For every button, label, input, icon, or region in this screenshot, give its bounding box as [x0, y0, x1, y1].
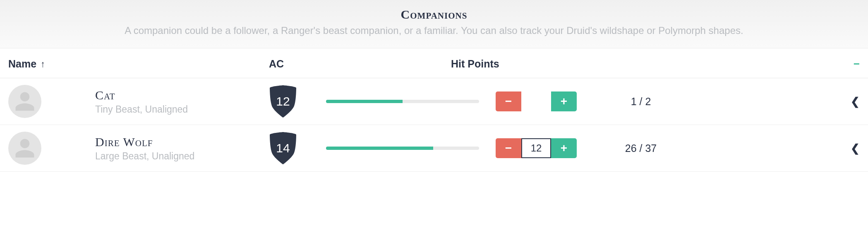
- column-header-hp[interactable]: Hit Points: [451, 58, 839, 70]
- companion-row: Dire Wolf Large Beast, Unaligned 14 − + …: [0, 125, 868, 172]
- sort-asc-icon: ↑: [41, 59, 45, 70]
- hp-input[interactable]: [521, 138, 551, 158]
- hp-bar: [326, 147, 479, 150]
- section-header: Companions A companion could be a follow…: [0, 0, 868, 48]
- creature-subtitle: Tiny Beast, Unaligned: [95, 104, 269, 115]
- name-block[interactable]: Cat Tiny Beast, Unaligned: [95, 88, 269, 115]
- hp-block: − + 1 / 2: [326, 91, 839, 111]
- name-block[interactable]: Dire Wolf Large Beast, Unaligned: [95, 135, 269, 162]
- ac-value: 12: [276, 94, 290, 108]
- column-header-ac[interactable]: AC: [269, 58, 451, 70]
- creature-subtitle: Large Beast, Unaligned: [95, 151, 269, 162]
- companion-row: Cat Tiny Beast, Unaligned 12 − + 1 / 2 ❮: [0, 78, 868, 125]
- hp-block: − + 26 / 37: [326, 138, 839, 158]
- hp-input[interactable]: [521, 91, 551, 111]
- table-header-row: Name ↑ AC Hit Points −: [0, 48, 868, 78]
- avatar[interactable]: [8, 85, 41, 118]
- column-header-ac-label: AC: [269, 58, 284, 70]
- hp-text: 26 / 37: [618, 142, 664, 154]
- hp-increment-button[interactable]: +: [551, 138, 577, 158]
- hp-increment-button[interactable]: +: [551, 91, 577, 111]
- hp-text: 1 / 2: [618, 96, 664, 108]
- column-header-name[interactable]: Name ↑: [8, 58, 269, 70]
- ac-block: 14: [269, 132, 326, 164]
- section-subtitle: A companion could be a follower, a Range…: [8, 25, 860, 36]
- hp-bar: [326, 100, 479, 103]
- section-title: Companions: [8, 7, 860, 22]
- expand-row-icon[interactable]: ❮: [839, 142, 860, 155]
- ac-value: 14: [276, 141, 290, 155]
- shield-icon: 14: [269, 132, 297, 164]
- hp-stepper: − +: [496, 138, 577, 158]
- shield-icon: 12: [269, 85, 297, 118]
- hp-decrement-button[interactable]: −: [496, 91, 521, 111]
- creature-name: Cat: [95, 88, 269, 102]
- collapse-all-icon[interactable]: −: [854, 58, 860, 70]
- column-header-name-label: Name: [8, 58, 36, 70]
- hp-decrement-button[interactable]: −: [496, 138, 521, 158]
- ac-block: 12: [269, 85, 326, 118]
- hp-bar-fill: [326, 147, 433, 150]
- creature-name: Dire Wolf: [95, 135, 269, 149]
- avatar[interactable]: [8, 132, 41, 165]
- expand-row-icon[interactable]: ❮: [839, 95, 860, 108]
- hp-stepper: − +: [496, 91, 577, 111]
- hp-bar-fill: [326, 100, 403, 103]
- column-header-hp-label: Hit Points: [451, 58, 499, 70]
